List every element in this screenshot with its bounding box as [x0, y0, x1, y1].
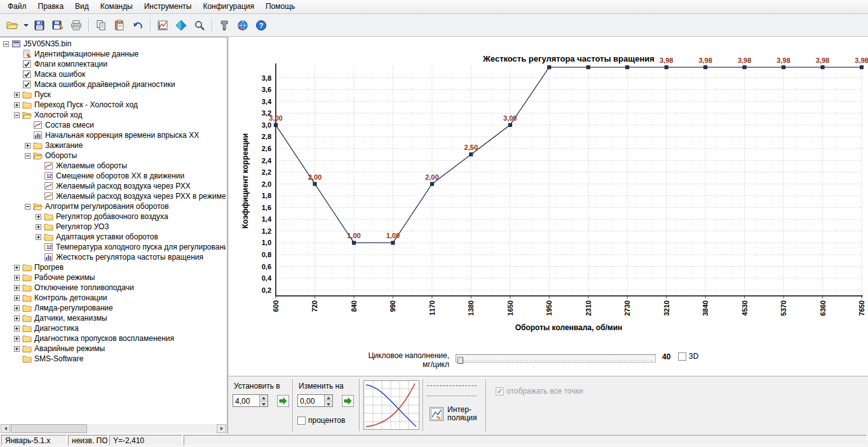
- data-point[interactable]: [665, 65, 668, 69]
- tree-item[interactable]: Обороты: [1, 150, 226, 161]
- tree-item[interactable]: Жесткость регулятора частоты вращения: [1, 252, 226, 262]
- tree-collapse-icon[interactable]: [14, 112, 20, 118]
- tree-item[interactable]: Диагностика: [1, 323, 226, 333]
- apply-change-button[interactable]: [342, 395, 354, 407]
- data-point[interactable]: [860, 65, 864, 69]
- tree-item[interactable]: Адаптация уставки оборотов: [1, 232, 226, 242]
- tree-expand-icon[interactable]: [25, 143, 31, 149]
- menu-edit[interactable]: Правка: [32, 0, 70, 13]
- tree-item[interactable]: SMS-Software: [1, 354, 226, 364]
- data-point[interactable]: [587, 65, 590, 69]
- tree-item[interactable]: Холостой ход: [1, 110, 226, 120]
- data-point[interactable]: [275, 123, 278, 126]
- tree-expand-icon[interactable]: [14, 265, 20, 270]
- data-point[interactable]: [313, 182, 316, 185]
- tree-expand-icon[interactable]: [14, 305, 20, 311]
- menu-configuration[interactable]: Конфигурация: [197, 0, 260, 13]
- slider-track[interactable]: [456, 354, 656, 363]
- tree-expand-icon[interactable]: [14, 275, 20, 281]
- tree-item[interactable]: Датчики, механизмы: [1, 313, 226, 323]
- tree-item[interactable]: Переход Пуск - Холостой ход: [1, 100, 226, 110]
- undo-button[interactable]: [129, 17, 147, 34]
- cycle-fill-slider[interactable]: [456, 353, 656, 364]
- tree-item[interactable]: Маска ошибок: [1, 69, 226, 79]
- tree-expand-icon[interactable]: [14, 92, 20, 98]
- zoom-button[interactable]: [191, 17, 208, 34]
- menu-commands[interactable]: Команды: [95, 0, 139, 13]
- spin-down-button[interactable]: [260, 401, 268, 407]
- checkbox-3d[interactable]: [678, 352, 686, 361]
- open-menu-button[interactable]: [22, 17, 30, 34]
- save-as-button[interactable]: [49, 17, 67, 34]
- data-point[interactable]: [743, 65, 746, 69]
- menu-tools[interactable]: Инструменты: [139, 0, 198, 13]
- tree-item[interactable]: 12Температура холодного пуска для регули…: [1, 242, 226, 252]
- interpolation-button[interactable]: Интер- поляция: [430, 406, 477, 422]
- data-point[interactable]: [391, 241, 395, 244]
- paste-button[interactable]: [111, 17, 128, 34]
- tree-expand-icon[interactable]: [36, 234, 41, 240]
- slider-thumb[interactable]: [458, 357, 463, 364]
- tree-item[interactable]: Идентификационные данные: [1, 49, 226, 59]
- scrollbar-thumb[interactable]: [11, 424, 87, 433]
- tree-expand-icon[interactable]: [36, 224, 41, 230]
- tree-item[interactable]: Лямда-регулирование: [1, 303, 226, 313]
- data-point[interactable]: [508, 123, 512, 126]
- tree-expand-icon[interactable]: [14, 336, 20, 342]
- tree-item[interactable]: Маска ошибок драйверной диагностики: [1, 79, 226, 90]
- data-point[interactable]: [548, 65, 551, 69]
- tree-item[interactable]: Пуск: [1, 90, 226, 100]
- copy-button[interactable]: [92, 17, 110, 34]
- spin-down-button[interactable]: [325, 401, 332, 407]
- tree-item[interactable]: Желаемый расход воздуха через РХХ в режи…: [1, 191, 226, 201]
- data-point[interactable]: [470, 153, 473, 156]
- tree-item[interactable]: Состав смеси: [1, 120, 226, 130]
- tree-item[interactable]: Регулятор добавочного воздуха: [1, 211, 226, 222]
- scroll-right-button[interactable]: [217, 424, 226, 433]
- compare-button[interactable]: [172, 17, 190, 34]
- data-point[interactable]: [626, 65, 629, 69]
- chart-view-button[interactable]: [154, 17, 172, 34]
- spin-up-button[interactable]: [260, 395, 268, 401]
- help-button[interactable]: ?: [252, 17, 270, 34]
- tree-expand-icon[interactable]: [14, 295, 20, 301]
- tree-collapse-icon[interactable]: [3, 41, 9, 47]
- menu-view[interactable]: Вид: [69, 0, 95, 13]
- tree-item[interactable]: Прогрев: [1, 262, 226, 272]
- tree-horizontal-scrollbar[interactable]: [1, 424, 226, 433]
- data-point[interactable]: [352, 241, 355, 244]
- scroll-left-button[interactable]: [1, 424, 10, 433]
- tools-button[interactable]: [215, 17, 233, 34]
- set-to-input[interactable]: [233, 395, 259, 406]
- tree-expand-icon[interactable]: [14, 326, 20, 331]
- apply-set-button[interactable]: [277, 395, 289, 407]
- connection-button[interactable]: [234, 17, 252, 34]
- tree-item[interactable]: Зажигание: [1, 140, 226, 150]
- checkbox-percent[interactable]: [297, 417, 306, 425]
- tree-item[interactable]: Регулятор УОЗ: [1, 222, 226, 232]
- data-point[interactable]: [430, 182, 433, 185]
- change-by-input[interactable]: [298, 395, 324, 406]
- tree-expand-icon[interactable]: [36, 214, 41, 220]
- tree-expand-icon[interactable]: [14, 316, 20, 321]
- tree-item[interactable]: Флаги комплектации: [1, 59, 226, 69]
- function-preview[interactable]: [363, 380, 419, 430]
- data-point[interactable]: [704, 65, 707, 69]
- tree-item[interactable]: Алгоритм регулирования оборотов: [1, 201, 226, 211]
- tree-item[interactable]: Рабочие режимы: [1, 272, 226, 283]
- spin-up-button[interactable]: [325, 395, 332, 401]
- save-button[interactable]: [31, 17, 48, 34]
- tree-item[interactable]: Аварийные режимы: [1, 344, 226, 354]
- tree-item[interactable]: J5V05N35.bin: [1, 39, 226, 49]
- tree-collapse-icon[interactable]: [25, 204, 31, 210]
- tree-item[interactable]: Контроль детонации: [1, 293, 226, 303]
- tree-item[interactable]: Желаемые обороты: [1, 161, 226, 171]
- print-button[interactable]: [67, 17, 85, 34]
- data-point[interactable]: [782, 65, 785, 69]
- tree-item[interactable]: Начальная коррекция времени впрыска ХХ: [1, 130, 226, 140]
- open-button[interactable]: [3, 17, 21, 34]
- scrollbar-track[interactable]: [87, 424, 217, 433]
- data-point[interactable]: [821, 65, 824, 69]
- tree-expand-icon[interactable]: [14, 346, 20, 352]
- tree-item[interactable]: Диагностика пропусков воспламенения: [1, 333, 226, 344]
